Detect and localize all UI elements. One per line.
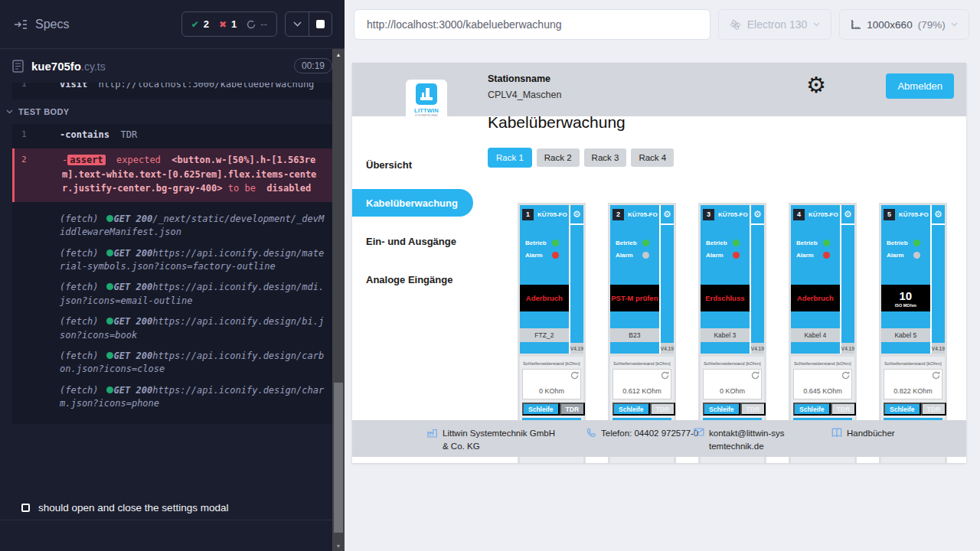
fetch-log-row[interactable]: (fetch)GET 200https://api.iconify.design… [12,350,332,377]
device-display: 10 ISO MOhm [881,285,930,311]
scroll-up-arrow[interactable]: ▲ [332,49,345,60]
reporter-scrollbar[interactable]: ▲ ▼ [332,49,345,551]
alarm-led [733,252,740,259]
footer-email[interactable]: kontakt@littwin-systemtechnik.de [694,427,786,452]
fetch-log-row[interactable]: (fetch)GET 200/_next/static/development/… [12,213,332,240]
firmware-version: V4.19 [751,343,764,354]
tdr-button[interactable]: TDR [921,403,946,416]
refresh-icon[interactable] [932,371,940,380]
rack-tabs: Rack 1Rack 2Rack 3Rack 4 [488,148,674,168]
slot-number: 2 [612,209,624,220]
tdr-button[interactable]: TDR [831,403,856,416]
device-model: KÜ705-FO [808,211,838,218]
card-gear-icon[interactable]: ⚙ [570,205,583,225]
schleife-button[interactable]: Schleife [612,403,650,416]
firmware-version: V4.19 [570,343,583,354]
resistance-readout: 0 KOhm [703,369,762,399]
rack-tab[interactable]: Rack 4 [631,148,674,167]
next-test-row[interactable]: should open and close the settings modal [0,496,332,520]
fetch-log-row[interactable]: (fetch)GET 200https://api.iconify.design… [12,384,332,411]
stat-pending: -- [247,18,267,30]
firmware-version: V4.19 [841,343,854,354]
spec-duration-badge: 00:19 [294,58,332,73]
electron-icon [730,19,741,31]
sidebar-nav-item[interactable]: Kabelüberwachung [352,189,473,217]
success-dot-icon [106,215,113,222]
stat-failed: ✖1 [219,18,237,30]
success-dot-icon [106,352,113,359]
command-contains[interactable]: 1 -contains TDR [12,124,332,145]
schleife-button[interactable]: Schleife [703,403,740,416]
card-gear-icon[interactable]: ⚙ [661,205,674,225]
url-input[interactable] [365,18,699,31]
card-gear-icon[interactable]: ⚙ [932,205,945,225]
card-gear-icon[interactable]: ⚙ [841,205,854,225]
command-log-body: 1 -contains TDR 2 -assert expected <butt… [12,124,332,424]
resistance-readout: 0.645 KOhm [793,369,852,399]
factory-icon [427,428,438,452]
cable-label: Kabel 5 [881,328,930,342]
footer-company: Littwin Systemtechnik GmbH & Co. KG [427,427,559,452]
spec-file-row[interactable]: kue705fo.cy.ts 00:19 [0,49,345,83]
url-bar[interactable] [354,9,710,40]
rack-tab[interactable]: Rack 2 [537,148,580,167]
resistance-value: 0.822 KOhm [884,387,942,395]
resistance-value: 0 KOhm [704,387,761,395]
fetch-log-row[interactable]: (fetch)GET 200https://api.iconify.design… [12,281,332,308]
schleife-button[interactable]: Schleife [522,403,560,416]
file-icon [12,60,24,73]
logout-button[interactable]: Abmelden [886,73,954,99]
refresh-icon[interactable] [661,371,669,380]
card-gear-icon[interactable]: ⚙ [751,205,764,225]
cable-label: Kabel 3 [701,328,750,342]
check-icon: ✔ [191,19,199,30]
tdr-button[interactable]: TDR [740,403,766,416]
collapse-chevron-button[interactable] [286,12,309,36]
resistance-label: Schleifenwiderstand [kOhm] [793,359,852,369]
x-icon: ✖ [219,19,227,30]
slot-number: 1 [522,209,534,220]
tdr-button[interactable]: TDR [650,403,675,416]
scroll-down-arrow[interactable]: ▼ [332,540,345,551]
cable-label: FTZ_2 [520,328,569,342]
success-dot-icon [106,249,113,256]
schleife-button[interactable]: Schleife [793,403,831,416]
betrieb-led [733,240,740,246]
footer-manuals[interactable]: Handbücher [831,427,895,440]
sidebar-nav-item[interactable]: Analoge Eingänge [352,266,481,293]
app-under-test: Stationsname CPLV4_Maschen ⚙ Abmelden LI… [352,63,966,463]
chevron-down-icon [813,22,820,27]
refresh-icon[interactable] [570,371,579,380]
alarm-led [642,252,649,259]
fetch-log-row[interactable]: (fetch)GET 200https://api.iconify.design… [12,315,332,342]
refresh-icon[interactable] [751,371,760,380]
app-sidebar-nav: ÜbersichtKabelüberwachungEin- und Ausgän… [352,116,481,463]
specs-list-icon[interactable] [14,19,28,30]
device-model: KÜ705-FO [899,211,929,218]
firmware-version: V4.19 [932,343,945,354]
littwin-logo-icon [416,83,437,105]
phone-icon [586,428,596,440]
tdr-button[interactable]: TDR [560,403,585,416]
scrollbar-thumb[interactable] [334,383,343,533]
command-log-before: 1 visit http://localhost:3000/kabelueber… [12,83,332,99]
test-body-section[interactable]: TEST BODY [0,99,345,124]
viewport-select[interactable]: 1000x660 (79%) [839,9,969,40]
rack-tab[interactable]: Rack 1 [488,148,532,168]
ruler-icon [851,19,861,30]
device-display: Aderbruch [520,285,569,311]
refresh-icon[interactable] [841,371,850,380]
command-visit[interactable]: 1 visit http://localhost:3000/kabelueber… [12,83,332,95]
sidebar-nav-item[interactable]: Ein- und Ausgänge [352,227,481,255]
sidebar-nav-item[interactable]: Übersicht [352,151,481,178]
settings-gear-icon[interactable]: ⚙ [806,74,826,96]
book-icon [831,428,842,440]
station-name: CPLV4_Maschen [488,90,561,100]
fetch-log-row[interactable]: (fetch)GET 200https://api.iconify.design… [12,247,332,274]
slot-number: 4 [793,209,805,220]
stop-button[interactable] [309,12,332,36]
rack-tab[interactable]: Rack 3 [584,148,627,167]
schleife-button[interactable]: Schleife [884,403,921,416]
command-assert-failed[interactable]: 2 -assert expected <button.w-[50%].h-[1.… [12,148,332,202]
browser-select[interactable]: Electron 130 [718,9,831,40]
